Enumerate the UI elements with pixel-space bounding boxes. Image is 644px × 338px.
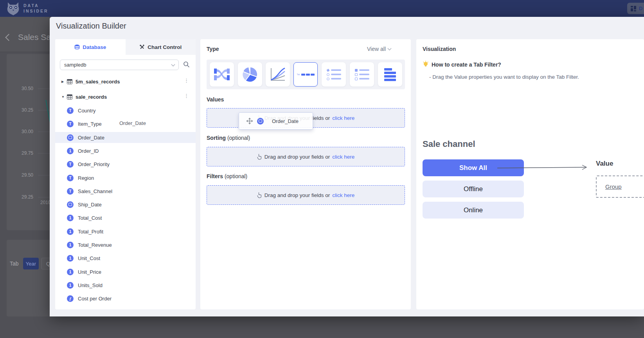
visualization-panel: Visualization How to create a Tab Filter… — [416, 39, 644, 309]
kebab-menu-icon[interactable]: ⋮ — [184, 93, 189, 99]
screen: Sales Sa 30.50 30.25 30.00 29.75 29.50 2… — [0, 0, 644, 338]
table-name: sale_records — [76, 94, 107, 100]
number-type-icon: 1 — [67, 148, 74, 154]
field-row-cost-per-order[interactable]: fCost per Order — [55, 293, 196, 304]
field-row-total-profit[interactable]: 1Total_Profit — [55, 226, 196, 237]
chart-type-checkbox-list[interactable] — [350, 62, 374, 87]
field-row-country[interactable]: TCountry — [55, 105, 196, 116]
field-row-total-cost[interactable]: 1Total_Cost — [55, 212, 196, 223]
dashboard-nav-button[interactable]: D — [627, 3, 644, 14]
period-year-button[interactable]: Year — [23, 258, 39, 269]
caret-expanded-icon[interactable]: ▼ — [61, 95, 67, 99]
dropzone-text: Drag and drop your fields or — [264, 192, 330, 198]
field-row-total-revenue[interactable]: 1Total_Revenue — [55, 239, 196, 250]
view-all-label: View all — [367, 46, 386, 52]
annotation-arrow — [493, 164, 590, 172]
sankey-icon — [214, 68, 230, 81]
visualization-header: Visualization — [423, 46, 456, 52]
field-row-order-id[interactable]: 1Order_ID — [55, 145, 196, 156]
chevron-down-icon — [388, 47, 392, 51]
field-row-order-priority[interactable]: TOrder_Priority — [55, 159, 196, 170]
field-row-ship-date[interactable]: Ship_Date — [55, 199, 196, 210]
number-type-icon: 1 — [67, 242, 74, 248]
text-type-icon: T — [67, 107, 74, 114]
field-row-units-sold[interactable]: 1Units_Sold — [55, 280, 196, 291]
chart-type-radio-list[interactable] — [322, 62, 346, 87]
dropzone-text: Drag and drop your fields or — [264, 154, 330, 160]
drag-hand-icon — [257, 192, 262, 198]
field-row-unit-cost[interactable]: 1Unit_Cost — [55, 253, 196, 264]
chart-type-list[interactable] — [378, 62, 402, 87]
view-all-dropdown[interactable]: View all — [367, 46, 391, 52]
tip-title: How to create a Tab Filter? — [432, 61, 501, 68]
panel-tabs: Database Chart Control — [55, 39, 196, 55]
field-label: Cost per Order — [78, 296, 112, 302]
period-tab-label[interactable]: Tab — [10, 260, 19, 267]
chart-type-tab-filter[interactable]: Tab — [293, 62, 318, 87]
line-chart-icon — [270, 67, 286, 81]
y-tick: 29.25 — [14, 194, 33, 200]
tools-icon — [139, 44, 145, 50]
kebab-menu-icon[interactable]: ⋮ — [184, 78, 189, 83]
tab-filter-offline-button[interactable]: Offline — [423, 181, 524, 197]
annotation-value-label: Value — [596, 160, 613, 168]
date-type-icon — [67, 201, 74, 208]
chart-type-pie[interactable] — [238, 62, 262, 87]
search-icon[interactable] — [183, 61, 190, 68]
sorting-section-label: Sorting (optional) — [207, 135, 250, 141]
checkbox-list-icon — [355, 69, 369, 80]
top-navbar: DATA INSIDER D — [0, 0, 644, 17]
pie-icon — [243, 67, 257, 82]
dashboard-nav-label: D — [639, 5, 642, 11]
text-type-icon: T — [67, 121, 74, 127]
page-title: Sales Sa — [18, 33, 51, 42]
number-type-icon: 1 — [67, 215, 74, 221]
annotation-group-box: Group — [596, 175, 644, 198]
table-row-5m-sales-records[interactable]: ▶ 5m_sales_records ⋮ — [55, 76, 196, 87]
dragged-field-card[interactable]: Order_Date — [239, 112, 313, 130]
filters-click-here-link[interactable]: click here — [332, 192, 354, 198]
chart-type-line[interactable] — [266, 62, 290, 87]
field-label: Ship_Date — [78, 202, 102, 208]
field-label: Order_Date — [78, 135, 104, 141]
back-icon[interactable] — [5, 34, 12, 41]
tab-chart-control-label: Chart Control — [148, 44, 182, 50]
tab-database-label: Database — [83, 44, 106, 50]
move-icon — [246, 117, 253, 125]
number-type-icon: 1 — [67, 269, 74, 275]
field-row-region[interactable]: TRegion — [55, 172, 196, 183]
field-row-unit-price[interactable]: 1Unit_Price — [55, 266, 196, 277]
database-icon — [74, 44, 80, 50]
tab-filter-online-button[interactable]: Online — [423, 202, 524, 219]
caret-collapsed-icon[interactable]: ▶ — [61, 80, 67, 83]
chart-type-sankey[interactable] — [210, 62, 234, 87]
field-label: Sales_Channel — [78, 188, 112, 194]
field-label: Unit_Cost — [78, 255, 100, 261]
annotation-group-link[interactable]: Group — [605, 183, 622, 190]
table-icon — [67, 94, 72, 99]
builder-panel: Type View all — [200, 39, 411, 309]
field-row-order-date[interactable]: Order_Date — [55, 132, 196, 143]
tab-chart-control[interactable]: Chart Control — [126, 39, 196, 55]
table-row-sale-records[interactable]: ▼ sale_records ⋮ — [55, 91, 196, 102]
date-type-icon — [67, 134, 74, 141]
values-section-label: Values — [207, 96, 224, 103]
visualization-builder-modal: Visualization Builder Database — [50, 17, 644, 316]
sorting-dropzone[interactable]: Drag and drop your fields or click here — [207, 147, 405, 166]
values-click-here-link[interactable]: click here — [332, 115, 354, 121]
tab-database[interactable]: Database — [55, 39, 126, 55]
number-type-icon: 1 — [67, 228, 74, 235]
filters-section-label: Filters (optional) — [207, 173, 247, 179]
filters-dropzone[interactable]: Drag and drop your fields or click here — [207, 185, 405, 205]
table-name: 5m_sales_records — [76, 79, 120, 85]
field-label: Country — [78, 108, 96, 114]
formula-type-icon: f — [67, 295, 74, 302]
database-select[interactable]: sampledb — [60, 60, 179, 70]
field-label: Units_Sold — [78, 282, 103, 288]
text-type-icon: T — [67, 161, 74, 168]
field-label: Total_Revenue — [78, 242, 112, 248]
sorting-click-here-link[interactable]: click here — [332, 154, 354, 160]
drag-source-ghost-label: Order_Date — [119, 120, 146, 126]
field-label: Total_Profit — [78, 229, 103, 235]
field-row-sales-channel[interactable]: TSales_Channel — [55, 186, 196, 197]
